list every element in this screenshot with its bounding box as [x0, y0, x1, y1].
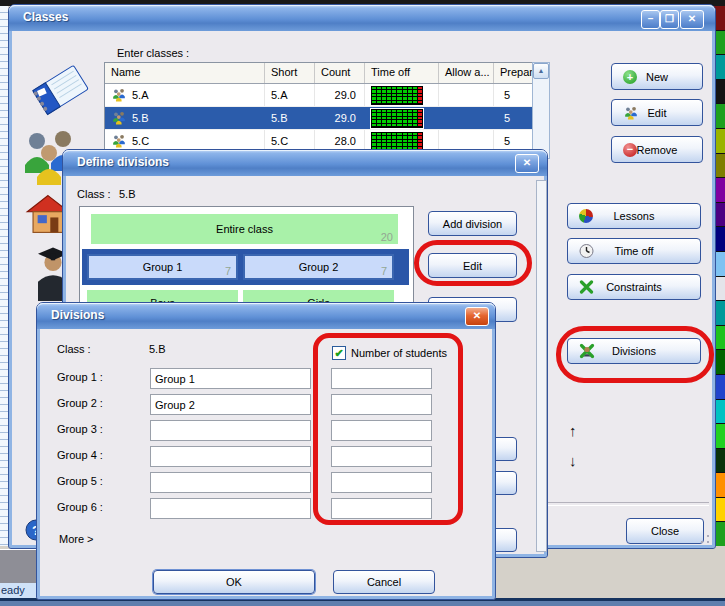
remove-button-label: Remove — [637, 144, 678, 156]
class-count: 29.0 — [315, 107, 365, 129]
add-division-button[interactable]: Add division — [428, 211, 517, 236]
remove-button[interactable]: − Remove — [611, 136, 703, 163]
status-text: eady — [1, 584, 25, 596]
constraints-button[interactable]: Constraints — [567, 274, 701, 300]
clock-icon — [579, 244, 594, 259]
timeoff-button-label: Time off — [614, 245, 653, 257]
group4-name-input[interactable] — [150, 446, 311, 467]
footer-divider — [541, 502, 709, 506]
divisions-titlebar[interactable]: Divisions ✕ — [37, 303, 495, 329]
class-value: 5.B — [119, 188, 136, 200]
close-dialog-button[interactable]: ✕ — [465, 307, 489, 326]
lessons-button[interactable]: Lessons — [567, 203, 701, 229]
group6-name-input[interactable] — [150, 498, 311, 519]
dialog-title: Divisions — [51, 308, 104, 322]
group3-students-input[interactable] — [331, 420, 432, 441]
move-down-arrow[interactable]: ↓ — [569, 452, 577, 469]
ok-button-label: OK — [226, 576, 242, 588]
group2-label: Group 2 — [299, 261, 339, 273]
group4-students-input[interactable] — [331, 446, 432, 467]
class-row-icon — [111, 134, 127, 148]
col-short[interactable]: Short — [265, 63, 315, 83]
classes-titlebar[interactable]: Classes – ❐ ✕ — [9, 5, 715, 31]
green-x-icon — [579, 280, 594, 294]
minimize-button[interactable]: – — [641, 10, 660, 29]
edit-division-button[interactable]: Edit — [428, 253, 517, 278]
notebook-icon — [29, 61, 91, 117]
close-button-label: Close — [651, 525, 679, 537]
dialog-right-scrollbar[interactable] — [536, 180, 547, 552]
class-allow — [439, 107, 494, 129]
class-name: 5.C — [132, 135, 149, 147]
class-short: 5.A — [265, 84, 315, 106]
table-header: Name Short Count Time off Allow a... Pre… — [105, 63, 533, 84]
timeoff-grid — [371, 109, 423, 128]
table-row-selected[interactable]: 5.B 5.B 29.0 5 — [105, 107, 533, 130]
group2-count: 7 — [381, 265, 387, 277]
close-window-button[interactable]: ✕ — [680, 10, 704, 29]
class-prepar: 5 — [494, 84, 533, 106]
enter-classes-label: Enter classes : — [117, 47, 189, 59]
group2-students-input[interactable] — [331, 394, 432, 415]
number-of-students-label: Number of students — [351, 347, 447, 359]
edit-button[interactable]: Edit — [611, 99, 703, 126]
group1-label: Group 1 — [143, 261, 183, 273]
timeoff-button[interactable]: Time off — [567, 238, 701, 264]
table-row[interactable]: 5.A 5.A 29.0 5 — [105, 84, 533, 107]
table-scrollbar[interactable]: ▲ — [532, 62, 550, 159]
class-allow — [439, 84, 494, 106]
col-name[interactable]: Name — [105, 63, 265, 83]
class-name: 5.B — [132, 112, 149, 124]
define-divisions-titlebar[interactable]: Define divisions ✕ — [63, 150, 547, 176]
group5-label: Group 5 : — [57, 475, 103, 487]
group6-students-input[interactable] — [331, 498, 432, 519]
more-link[interactable]: More > — [59, 533, 94, 545]
window-title: Classes — [23, 10, 68, 24]
group3-label: Group 3 : — [57, 423, 103, 435]
cancel-button[interactable]: Cancel — [333, 570, 435, 594]
group4-label: Group 4 : — [57, 449, 103, 461]
col-timeoff[interactable]: Time off — [365, 63, 439, 83]
col-allow[interactable]: Allow a... — [439, 63, 494, 83]
add-division-label: Add division — [443, 218, 502, 230]
scroll-up-button[interactable]: ▲ — [533, 63, 549, 79]
class-short: 5.B — [265, 107, 315, 129]
class-count: 29.0 — [315, 84, 365, 106]
entire-class-bar[interactable]: Entire class 20 — [91, 214, 398, 244]
group2-name-input[interactable] — [150, 394, 311, 415]
divisions-button-label: Divisions — [612, 345, 656, 357]
selected-division-row[interactable]: Group 1 7 Group 2 7 — [82, 249, 409, 285]
close-button[interactable]: Close — [626, 518, 704, 544]
cancel-button-label: Cancel — [367, 576, 401, 588]
background-list-edge — [0, 6, 8, 548]
new-button[interactable]: + New — [611, 63, 703, 90]
group5-name-input[interactable] — [150, 472, 311, 493]
group3-name-input[interactable] — [150, 420, 311, 441]
group1-bar[interactable]: Group 1 7 — [87, 254, 238, 280]
taskbar-strip — [0, 601, 725, 606]
maximize-button[interactable]: ❐ — [660, 10, 679, 29]
move-up-arrow[interactable]: ↑ — [569, 422, 577, 439]
col-count[interactable]: Count — [315, 63, 365, 83]
class-prepar: 5 — [494, 107, 533, 129]
class-row-icon — [111, 88, 127, 102]
new-button-label: New — [646, 71, 668, 83]
people-icon — [623, 106, 639, 120]
group5-students-input[interactable] — [331, 472, 432, 493]
entire-class-count: 20 — [381, 231, 393, 243]
constraints-button-label: Constraints — [606, 281, 662, 293]
number-of-students-checkbox[interactable]: ✔ — [332, 346, 346, 360]
group2-bar[interactable]: Group 2 7 — [243, 254, 394, 280]
group1-students-input[interactable] — [331, 368, 432, 389]
minus-icon: − — [623, 143, 637, 157]
resize-grip[interactable] — [697, 531, 711, 545]
entire-class-label: Entire class — [216, 223, 273, 235]
divisions-button[interactable]: Divisions — [567, 338, 701, 364]
close-dialog-button[interactable]: ✕ — [515, 154, 539, 173]
group1-count: 7 — [225, 265, 231, 277]
group1-name-input[interactable] — [150, 368, 311, 389]
status-bar: eady — [0, 583, 39, 598]
ok-button[interactable]: OK — [153, 570, 315, 594]
class-name: 5.A — [132, 89, 149, 101]
col-prepar[interactable]: Prepar... — [494, 63, 533, 83]
